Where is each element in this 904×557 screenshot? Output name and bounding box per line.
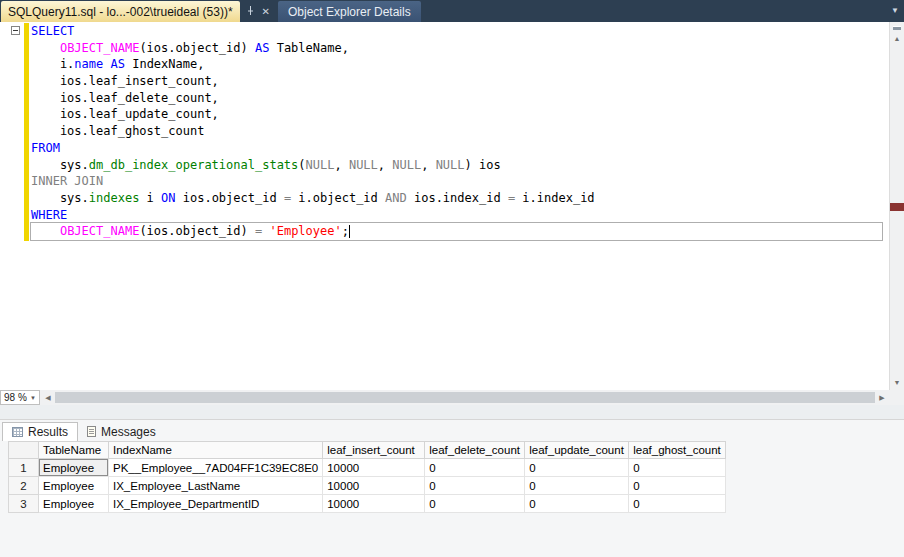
tab-results[interactable]: Results bbox=[2, 422, 78, 441]
grid-cell[interactable]: PK__Employee__7AD04FF1C39EC8E0 bbox=[109, 459, 323, 477]
grid-body: 1EmployeePK__Employee__7AD04FF1C39EC8E01… bbox=[9, 459, 726, 513]
tab-object-explorer-details[interactable]: Object Explorer Details bbox=[278, 1, 421, 22]
pin-icon[interactable] bbox=[246, 5, 255, 18]
code-line[interactable]: WHERE bbox=[31, 207, 882, 224]
table-row: 2EmployeeIX_Employee_LastName10000000 bbox=[9, 477, 726, 495]
grid-cell[interactable]: IX_Employee_DepartmentID bbox=[109, 495, 323, 513]
grid-cell[interactable]: 0 bbox=[425, 477, 525, 495]
grid-corner[interactable] bbox=[9, 442, 39, 459]
results-grid: TableNameIndexNameleaf_insert_countleaf_… bbox=[8, 441, 904, 557]
code-line[interactable]: ios.leaf_ghost_count bbox=[31, 123, 882, 140]
code-line[interactable]: sys.dm_db_index_operational_stats(NULL, … bbox=[31, 157, 882, 174]
column-header[interactable]: leaf_update_count bbox=[525, 442, 629, 459]
caret-position-marker bbox=[890, 203, 904, 211]
column-header[interactable]: leaf_delete_count bbox=[425, 442, 525, 459]
column-header[interactable]: IndexName bbox=[109, 442, 323, 459]
code-line[interactable]: ios.leaf_delete_count, bbox=[31, 90, 882, 107]
table-row: 3EmployeeIX_Employee_DepartmentID1000000… bbox=[9, 495, 726, 513]
grid-cell[interactable]: 10000 bbox=[323, 477, 425, 495]
row-number[interactable]: 2 bbox=[9, 477, 39, 495]
tab-list-dropdown-icon[interactable]: ▼ bbox=[891, 7, 899, 15]
grid-cell[interactable]: 0 bbox=[525, 459, 629, 477]
grid-cell[interactable]: 0 bbox=[629, 495, 726, 513]
code-line[interactable]: OBJECT_NAME(ios.object_id) = 'Employee'; bbox=[31, 223, 882, 240]
grid-cell[interactable]: 0 bbox=[425, 459, 525, 477]
column-header[interactable]: leaf_insert_count bbox=[323, 442, 425, 459]
grid-header-row: TableNameIndexNameleaf_insert_countleaf_… bbox=[9, 442, 726, 459]
column-header[interactable]: TableName bbox=[39, 442, 109, 459]
grid-cell[interactable]: 0 bbox=[525, 477, 629, 495]
collapse-region-toggle-icon[interactable] bbox=[11, 26, 20, 35]
zoom-dropdown-icon[interactable]: ▼ bbox=[30, 395, 36, 401]
code-line[interactable]: OBJECT_NAME(ios.object_id) AS TableName, bbox=[31, 40, 882, 57]
row-number[interactable]: 3 bbox=[9, 495, 39, 513]
table-row: 1EmployeePK__Employee__7AD04FF1C39EC8E01… bbox=[9, 459, 726, 477]
results-pane: Results Messages TableNameIndexNameleaf_… bbox=[0, 419, 904, 557]
column-header[interactable]: leaf_ghost_count bbox=[629, 442, 726, 459]
ssms-window: SQLQuery11.sql - lo...-002\trueideal (53… bbox=[0, 0, 904, 557]
editor-horizontal-scrollbar[interactable]: ◀ ▶ bbox=[41, 390, 889, 405]
grid-cell[interactable]: Employee bbox=[39, 495, 109, 513]
zoom-combobox[interactable]: 98 % ▼ bbox=[0, 390, 40, 405]
horizontal-scroll-thumb[interactable] bbox=[55, 392, 875, 403]
messages-icon bbox=[87, 426, 96, 437]
close-icon[interactable]: ✕ bbox=[262, 7, 270, 17]
results-splitter[interactable] bbox=[0, 405, 904, 419]
grid-cell[interactable]: 0 bbox=[425, 495, 525, 513]
results-tab-bar: Results Messages bbox=[2, 421, 165, 441]
code-line[interactable]: ios.leaf_insert_count, bbox=[31, 73, 882, 90]
editor-vertical-scrollbar[interactable]: ▲ ▼ bbox=[889, 22, 904, 390]
split-editor-handle[interactable] bbox=[890, 23, 904, 32]
text-caret bbox=[349, 225, 350, 238]
grid-cell[interactable]: 0 bbox=[525, 495, 629, 513]
tab-sql-query[interactable]: SQLQuery11.sql - lo...-002\trueideal (53… bbox=[1, 1, 240, 22]
tab-results-label: Results bbox=[28, 425, 68, 439]
grid-cell[interactable]: 0 bbox=[629, 477, 726, 495]
code-lines: SELECT OBJECT_NAME(ios.object_id) AS Tab… bbox=[31, 23, 882, 240]
code-line[interactable]: INNER JOIN bbox=[31, 173, 882, 190]
grid-cell[interactable]: Employee bbox=[39, 477, 109, 495]
sql-editor[interactable]: SELECT OBJECT_NAME(ios.object_id) AS Tab… bbox=[0, 22, 904, 390]
code-line[interactable]: i.name AS IndexName, bbox=[31, 56, 882, 73]
grid-cell[interactable]: 0 bbox=[629, 459, 726, 477]
code-line[interactable]: sys.indexes i ON ios.object_id = i.objec… bbox=[31, 190, 882, 207]
editor-bottom-bar: 98 % ▼ ◀ ▶ bbox=[0, 390, 904, 405]
tab-messages-label: Messages bbox=[101, 425, 156, 439]
tab-messages[interactable]: Messages bbox=[78, 422, 165, 441]
scroll-down-icon[interactable]: ▼ bbox=[890, 377, 904, 389]
document-tab-strip: SQLQuery11.sql - lo...-002\trueideal (53… bbox=[0, 0, 904, 22]
results-grid-icon bbox=[12, 427, 23, 437]
tab-object-explorer-details-label: Object Explorer Details bbox=[288, 5, 411, 19]
results-table: TableNameIndexNameleaf_insert_countleaf_… bbox=[8, 441, 726, 513]
scroll-up-icon[interactable]: ▲ bbox=[890, 33, 904, 45]
tab-buttons: ✕ bbox=[240, 1, 276, 22]
row-number[interactable]: 1 bbox=[9, 459, 39, 477]
scroll-right-icon[interactable]: ▶ bbox=[876, 390, 888, 405]
code-line[interactable]: SELECT bbox=[31, 23, 882, 40]
grid-cell[interactable]: IX_Employee_LastName bbox=[109, 477, 323, 495]
zoom-value: 98 % bbox=[4, 392, 27, 403]
tab-sql-query-label: SQLQuery11.sql - lo...-002\trueideal (53… bbox=[8, 5, 233, 19]
grid-cell[interactable]: 10000 bbox=[323, 495, 425, 513]
grid-cell[interactable]: Employee bbox=[39, 459, 109, 477]
code-line[interactable]: FROM bbox=[31, 140, 882, 157]
scroll-left-icon[interactable]: ◀ bbox=[42, 390, 54, 405]
code-line[interactable]: ios.leaf_update_count, bbox=[31, 106, 882, 123]
change-tracking-bar bbox=[24, 23, 29, 241]
grid-cell[interactable]: 10000 bbox=[323, 459, 425, 477]
